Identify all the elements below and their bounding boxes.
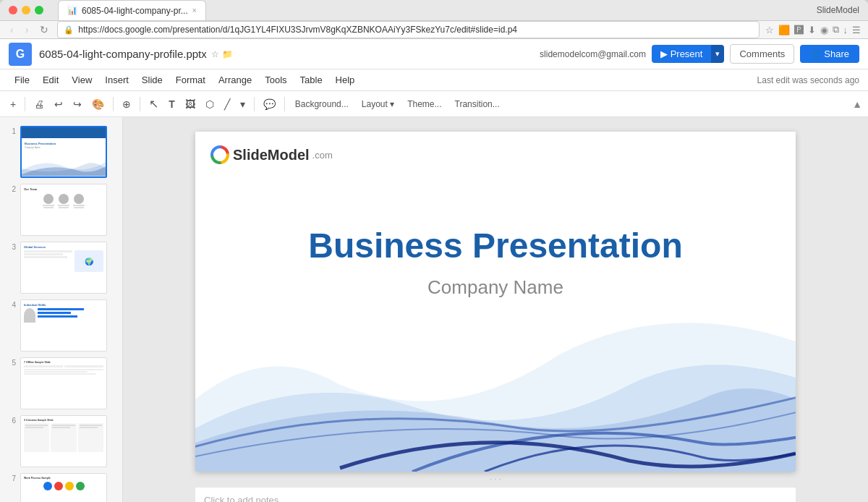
slide-thumbnail-1[interactable]: 1 Business Presentation Company Name <box>0 123 122 181</box>
editor-area: SlideModel .com <box>123 117 868 502</box>
menu-tools[interactable]: Tools <box>259 72 292 88</box>
slide-img-6: 3 Columns Sample Slide <box>20 415 107 467</box>
file-title[interactable]: 6085-04-light-company-profile.pptx <box>39 48 207 60</box>
menu-slide[interactable]: Slide <box>136 72 169 88</box>
tab-close-button[interactable]: × <box>192 7 197 14</box>
menu-arrange[interactable]: Arrange <box>213 72 258 88</box>
notes-divider[interactable]: · · · <box>195 472 796 486</box>
notes-area[interactable]: Click to add notes <box>195 488 796 502</box>
share-label: Share <box>824 48 849 59</box>
minimize-button[interactable] <box>22 6 30 14</box>
slide-main-title[interactable]: Business Presentation <box>195 226 796 265</box>
theme-button[interactable]: Theme... <box>401 96 447 112</box>
main-content: 1 Business Presentation Company Name <box>0 117 868 502</box>
refresh-button[interactable]: ↻ <box>37 22 51 37</box>
tab-title: 6085-04-light-company-pr... <box>82 6 188 16</box>
separator5 <box>284 97 285 111</box>
slide-num-7: 7 <box>6 473 16 482</box>
bookmark-icon[interactable]: ☆ <box>765 25 774 35</box>
folder-icon[interactable]: 📁 <box>222 49 233 59</box>
extension-icon2[interactable]: 🅿 <box>794 25 804 35</box>
file-icons: ☆ 📁 <box>211 49 233 59</box>
edit-status: Last edit was seconds ago <box>757 75 859 85</box>
more-tools[interactable]: ▾ <box>236 95 250 113</box>
notes-placeholder: Click to add notes <box>204 495 278 502</box>
menu-file[interactable]: File <box>9 72 35 88</box>
present-button[interactable]: ▶ Present <box>652 45 711 63</box>
slide-img-7: Work Process Sample <box>20 473 107 502</box>
extension-icon6[interactable]: ↓ <box>843 25 848 35</box>
slide-logo-suffix: .com <box>312 150 333 161</box>
title-bar: 📊 6085-04-light-company-pr... × SlideMod… <box>0 0 868 21</box>
background-button[interactable]: Background... <box>289 96 354 112</box>
menu-view[interactable]: View <box>66 72 98 88</box>
slide-subtitle[interactable]: Company Name <box>195 276 796 299</box>
line-tool[interactable]: ╱ <box>220 95 234 113</box>
shapes-tool[interactable]: ⬡ <box>201 95 218 113</box>
slide-thumbnail-2[interactable]: 2 Our Team <box>0 181 122 239</box>
menu-edit[interactable]: Edit <box>37 72 64 88</box>
layout-button[interactable]: Layout ▾ <box>356 96 400 112</box>
print-button[interactable]: 🖨 <box>30 95 48 113</box>
comments-button[interactable]: Comments <box>730 44 794 64</box>
zoom-button[interactable]: ⊕ <box>118 95 135 113</box>
slide-wave-background <box>195 284 796 472</box>
paint-button[interactable]: 🎨 <box>88 95 109 113</box>
star-icon[interactable]: ☆ <box>211 49 219 59</box>
extension-icon1[interactable]: 🟧 <box>778 25 790 35</box>
header-right: slidemodelcom@gmail.com ▶ Present ▾ Comm… <box>540 44 859 64</box>
user-email: slidemodelcom@gmail.com <box>540 49 646 59</box>
app-logo: G <box>9 43 32 66</box>
url-bar[interactable]: 🔒 https://docs.google.com/presentation/d… <box>57 21 759 38</box>
image-tool[interactable]: 🖼 <box>181 95 200 113</box>
toolbar-collapse-button[interactable]: ▲ <box>852 98 862 110</box>
slide-canvas[interactable]: SlideModel .com <box>195 132 796 472</box>
slide-logo-brand: SlideModel <box>233 147 310 163</box>
separator4 <box>254 97 255 111</box>
slide-thumbnail-6[interactable]: 6 3 Columns Sample Slide <box>0 412 122 470</box>
back-button[interactable]: ‹ <box>7 22 17 37</box>
slide-img-4: Individual Skills <box>20 299 107 352</box>
extension-icon4[interactable]: ◉ <box>820 25 828 35</box>
add-button[interactable]: + <box>6 95 20 113</box>
present-arrow-button[interactable]: ▾ <box>711 45 724 63</box>
undo-button[interactable]: ↩ <box>50 95 67 113</box>
toolbar: + 🖨 ↩ ↪ 🎨 ⊕ ↖ T 🖼 ⬡ ╱ ▾ 💬 Background... … <box>0 91 868 117</box>
app-area: G 6085-04-light-company-profile.pptx ☆ 📁… <box>0 39 868 502</box>
menu-format[interactable]: Format <box>170 72 211 88</box>
browser-tab[interactable]: 📊 6085-04-light-company-pr... × <box>58 0 206 20</box>
app-logo-letter: G <box>16 48 25 61</box>
browser-window: 📊 6085-04-light-company-pr... × SlideMod… <box>0 0 868 502</box>
separator3 <box>140 97 140 111</box>
slide-img-1: Business Presentation Company Name <box>20 126 107 178</box>
slide-thumbnail-4[interactable]: 4 Individual Skills <box>0 297 122 354</box>
present-group: ▶ Present ▾ <box>652 45 724 63</box>
extension-icon3[interactable]: ⬇ <box>808 25 816 35</box>
menu-table[interactable]: Table <box>294 72 328 88</box>
slide-img-5: 7 Offline Sample Slide <box>20 357 107 409</box>
text-tool[interactable]: T <box>164 95 179 113</box>
menu-insert[interactable]: Insert <box>99 72 135 88</box>
menu-bar: File Edit View Insert Slide Format Arran… <box>0 69 868 91</box>
extension-icon7[interactable]: ☰ <box>852 25 861 35</box>
url-text: https://docs.google.com/presentation/d/1… <box>78 25 752 35</box>
slide-thumbnail-7[interactable]: 7 Work Process Sample <box>0 470 122 502</box>
transition-button[interactable]: Transition... <box>449 96 506 112</box>
slide-thumbnail-5[interactable]: 5 7 Offline Sample Slide <box>0 354 122 412</box>
slide-num-5: 5 <box>6 357 16 367</box>
slide-thumbnail-3[interactable]: 3 Global Services 🌍 <box>0 239 122 297</box>
menu-help[interactable]: Help <box>330 72 361 88</box>
select-tool[interactable]: ↖ <box>145 94 163 114</box>
tab-area: 📊 6085-04-light-company-pr... × <box>58 0 811 20</box>
close-button[interactable] <box>9 6 17 14</box>
redo-button[interactable]: ↪ <box>69 95 86 113</box>
extension-icon5[interactable]: ⧉ <box>833 24 839 35</box>
maximize-button[interactable] <box>35 6 43 14</box>
share-button[interactable]: 👤 Share <box>800 45 859 63</box>
forward-button[interactable]: › <box>22 22 32 37</box>
comment-button[interactable]: 💬 <box>259 95 280 113</box>
slide-img-3: Global Services 🌍 <box>20 242 107 294</box>
slide-num-6: 6 <box>6 415 16 425</box>
lock-icon: 🔒 <box>64 25 74 35</box>
slide-img-2: Our Team <box>20 184 107 236</box>
